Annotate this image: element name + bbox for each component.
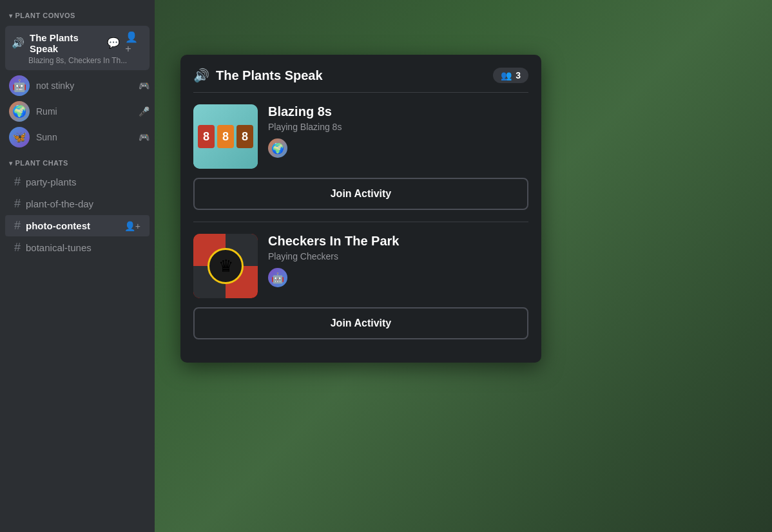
b8-card-1: 8: [198, 125, 215, 148]
channel-plant-of-the-day[interactable]: # plant-of-the-day: [5, 193, 150, 214]
voice-channel-the-plants-speak[interactable]: 🔊 The Plants Speak 💬 👤+ Blazing 8s, Chec…: [5, 26, 150, 70]
channel-name-photo-contest: photo-contest: [26, 220, 90, 231]
add-member-icon[interactable]: 👤+: [125, 31, 143, 55]
popup-header: 🔊 The Plants Speak 👥 3: [193, 68, 528, 93]
player-avatar-notStinky: 🤖: [268, 268, 287, 287]
player-emoji-notStinky: 🤖: [271, 272, 284, 284]
voice-channel-actions: 💬 👤+: [107, 31, 143, 55]
blazing8s-art: 8 8 8: [193, 104, 258, 169]
voice-channel-top: 🔊 The Plants Speak 💬 👤+: [12, 31, 143, 55]
blazing8s-name: Blazing 8s: [268, 104, 528, 119]
channel-botanical-tunes[interactable]: # botanical-tunes: [5, 237, 150, 258]
avatar-rumi: 🌍: [9, 101, 30, 122]
avatar-emoji-rumi: 🌍: [12, 104, 26, 119]
avatar-notStinky: 🤖: [9, 75, 30, 96]
checkers-info: Checkers In The Park Playing Checkers 🤖: [268, 234, 528, 287]
vc-member-notStinky[interactable]: 🤖 not stinky 🎮: [0, 73, 155, 99]
gamepad-icon-notStinky: 🎮: [139, 81, 150, 91]
main-content: 🔊 The Plants Speak 👥 3 8 8 8: [155, 0, 772, 532]
members-icon: 👥: [501, 70, 512, 81]
checkers-crown-icon: ♛: [207, 248, 244, 284]
hash-icon-pc: #: [14, 219, 21, 233]
voice-channel-left: 🔊 The Plants Speak: [12, 32, 107, 54]
join-activity-blazing8s-button[interactable]: Join Activity: [193, 178, 528, 210]
activity-card-blazing8s: 8 8 8 Blazing 8s Playing Blazing 8s 🌍: [193, 104, 528, 210]
channel-left-potd: # plant-of-the-day: [14, 197, 93, 211]
gamepad-icon-sunn: 🎮: [139, 132, 150, 142]
b8-card-3: 8: [236, 125, 253, 148]
b8-numbers: 8 8 8: [198, 125, 253, 148]
channel-name-potd: plant-of-the-day: [26, 198, 93, 209]
blazing8s-players: 🌍: [268, 138, 528, 158]
checkers-name: Checkers In The Park: [268, 234, 528, 249]
vc-member-name-rumi: Rumi: [36, 106, 57, 117]
vc-member-left: 🤖 not stinky: [9, 75, 74, 96]
channel-left: # party-plants: [14, 175, 76, 189]
avatar-emoji-notStinky: 🤖: [12, 79, 26, 93]
popup-speaker-icon: 🔊: [193, 68, 209, 83]
popup-title-left: 🔊 The Plants Speak: [193, 68, 323, 83]
speaker-icon: 🔊: [12, 37, 24, 49]
vc-member-sunn[interactable]: 🦋 Sunn 🎮: [0, 124, 155, 150]
activity-top-checkers: ♛ Checkers In The Park Playing Checkers …: [193, 234, 528, 298]
hash-icon: #: [14, 175, 21, 189]
avatar-sunn: 🦋: [9, 127, 30, 147]
popup-channel-name: The Plants Speak: [216, 68, 323, 83]
vc-member-name-sunn: Sunn: [36, 132, 57, 142]
chat-icon[interactable]: 💬: [107, 37, 120, 49]
micoff-icon-rumi: 🎤: [139, 106, 150, 117]
channel-left-bt: # botanical-tunes: [14, 241, 92, 254]
checkers-status: Playing Checkers: [268, 251, 528, 261]
checkers-art: ♛: [193, 234, 258, 298]
plant-convos-label: Plant Convos: [15, 12, 75, 19]
sidebar: ▾ Plant Convos 🔊 The Plants Speak 💬 👤+ B…: [0, 0, 155, 532]
blazing8s-thumbnail: 8 8 8: [193, 104, 258, 169]
channel-name-botanical-tunes: botanical-tunes: [26, 242, 92, 253]
add-member-channel-icon[interactable]: 👤+: [124, 221, 140, 231]
voice-channel-subtitle: Blazing 8s, Checkers In Th...: [28, 56, 143, 65]
vc-member-left-rumi: 🌍 Rumi: [9, 101, 57, 122]
b8-card-2: 8: [217, 125, 234, 148]
player-avatar-rumi: 🌍: [268, 138, 287, 158]
vc-member-left-sunn: 🦋 Sunn: [9, 127, 57, 147]
activity-divider: [193, 222, 528, 222]
player-emoji-rumi: 🌍: [271, 142, 284, 155]
channel-party-plants[interactable]: # party-plants: [5, 171, 150, 193]
channel-name-party-plants: party-plants: [26, 176, 76, 187]
checkers-players: 🤖: [268, 268, 528, 287]
plant-chats-label: Plant Chats: [15, 159, 68, 167]
plant-chats-header[interactable]: ▾ Plant Chats: [0, 155, 155, 171]
chevron-icon: ▾: [9, 12, 13, 19]
plant-chats-chevron: ▾: [9, 160, 13, 167]
blazing8s-info: Blazing 8s Playing Blazing 8s 🌍: [268, 104, 528, 158]
activity-top-blazing8s: 8 8 8 Blazing 8s Playing Blazing 8s 🌍: [193, 104, 528, 169]
voice-channel-name: The Plants Speak: [30, 32, 107, 54]
vc-member-rumi[interactable]: 🌍 Rumi 🎤: [0, 99, 155, 124]
vc-members-list: 🤖 not stinky 🎮 🌍 Rumi 🎤 🦋 Sunn: [0, 73, 155, 150]
activity-card-checkers: ♛ Checkers In The Park Playing Checkers …: [193, 234, 528, 339]
blazing8s-status: Playing Blazing 8s: [268, 122, 528, 132]
hash-icon-potd: #: [14, 197, 21, 211]
channel-left-pc: # photo-contest: [14, 219, 90, 233]
member-count-badge: 👥 3: [493, 68, 528, 83]
vc-member-name-notStinky: not stinky: [36, 81, 74, 91]
checkers-thumbnail: ♛: [193, 234, 258, 298]
hash-icon-bt: #: [14, 241, 21, 254]
channel-photo-contest[interactable]: # photo-contest 👤+: [5, 215, 150, 236]
plant-convos-header[interactable]: ▾ Plant Convos: [0, 8, 155, 23]
avatar-emoji-sunn: 🦋: [12, 130, 26, 144]
member-count: 3: [516, 70, 521, 81]
join-activity-checkers-button[interactable]: Join Activity: [193, 307, 528, 339]
activity-popup: 🔊 The Plants Speak 👥 3 8 8 8: [180, 55, 541, 363]
